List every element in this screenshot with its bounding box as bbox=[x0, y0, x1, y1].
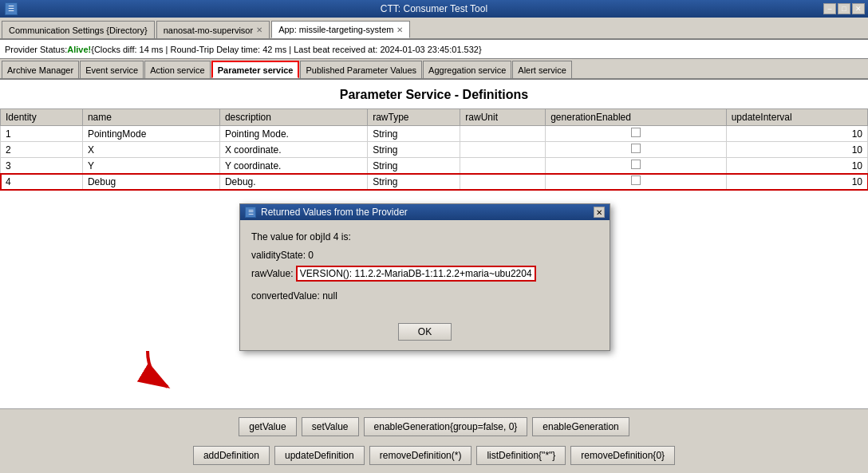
parameter-table: Identity name description rawType rawUni… bbox=[0, 108, 868, 190]
enable-generation-button[interactable]: enableGeneration bbox=[532, 417, 629, 436]
service-tab-bar: Archive Manager Event service Action ser… bbox=[0, 59, 868, 80]
remove-definition-all-button[interactable]: removeDefinition(*) bbox=[369, 446, 472, 465]
top-tab-bar: Communication Settings {Directory} nanos… bbox=[0, 18, 868, 40]
bottom-area: getValue setValue enableGeneration{group… bbox=[0, 408, 868, 473]
generation-enabled-checkbox[interactable] bbox=[631, 128, 641, 137]
generation-enabled-checkbox[interactable] bbox=[631, 175, 641, 185]
app-icon: ☰ bbox=[5, 2, 18, 15]
tab-missile-label: App: missile-targeting-system bbox=[278, 25, 393, 34]
tab-alert-label: Alert service bbox=[518, 65, 566, 75]
dialog-titlebar: ☰ Returned Values from the Provider ✕ bbox=[240, 204, 610, 220]
window-controls: – □ ✕ bbox=[823, 3, 865, 14]
close-button[interactable]: ✕ bbox=[852, 3, 865, 14]
remove-definition-0-button[interactable]: removeDefinition{0} bbox=[570, 446, 675, 465]
tab-published-parameter[interactable]: Published Parameter Values bbox=[300, 61, 422, 78]
tab-archive-label: Archive Manager bbox=[7, 65, 73, 75]
button-row-1: getValue setValue enableGeneration{group… bbox=[0, 412, 868, 441]
update-definition-button[interactable]: updateDefinition bbox=[274, 446, 365, 465]
dialog-icon: ☰ bbox=[245, 207, 256, 218]
tab-nanosat-close[interactable]: ✕ bbox=[256, 26, 262, 34]
status-suffix: {Clocks diff: 14 ms | Round-Trip Delay t… bbox=[91, 45, 481, 54]
dialog-body: The value for objId 4 is: validityState:… bbox=[240, 220, 610, 317]
generation-enabled-checkbox[interactable] bbox=[631, 160, 641, 169]
button-row-2: addDefinition updateDefinition removeDef… bbox=[0, 441, 868, 470]
col-header-name: name bbox=[82, 109, 219, 126]
tab-published-label: Published Parameter Values bbox=[306, 65, 416, 75]
tab-parameter-label: Parameter service bbox=[218, 65, 294, 75]
dialog-rawvalue-value: VERSION(): 11.2.2-MariaDB-1:11.2.2+maria… bbox=[296, 266, 536, 282]
tab-nanosat-label: nanosat-mo-supervisor bbox=[164, 26, 254, 35]
tab-comm-label: Communication Settings {Directory} bbox=[9, 26, 148, 35]
tab-alert-service[interactable]: Alert service bbox=[512, 61, 572, 78]
add-definition-button[interactable]: addDefinition bbox=[193, 446, 270, 465]
dialog-line1: The value for objId 4 is: bbox=[251, 230, 598, 245]
status-bar: Provider Status: Alive! {Clocks diff: 14… bbox=[0, 40, 868, 59]
tab-archive-manager[interactable]: Archive Manager bbox=[2, 61, 79, 78]
tab-action-label: Action service bbox=[150, 65, 204, 75]
minimize-button[interactable]: – bbox=[823, 3, 836, 14]
tab-action-service[interactable]: Action service bbox=[144, 61, 210, 78]
table-row[interactable]: 2XX coordinate.String10 bbox=[1, 142, 868, 158]
app-window: ☰ CTT: Consumer Test Tool – □ ✕ Communic… bbox=[0, 0, 868, 473]
dialog-close-button[interactable]: ✕ bbox=[594, 207, 605, 218]
col-header-rawunit: rawUnit bbox=[460, 109, 546, 126]
tab-aggregation-label: Aggregation service bbox=[428, 65, 506, 75]
returned-values-dialog[interactable]: ☰ Returned Values from the Provider ✕ Th… bbox=[239, 203, 610, 351]
tab-missile-close[interactable]: ✕ bbox=[397, 26, 403, 34]
col-header-rawtype: rawType bbox=[368, 109, 460, 126]
col-header-identity: Identity bbox=[1, 109, 83, 126]
table-row[interactable]: 4DebugDebug.String10 bbox=[1, 174, 868, 190]
tab-nanosat[interactable]: nanosat-mo-supervisor ✕ bbox=[156, 21, 270, 38]
get-value-button[interactable]: getValue bbox=[239, 417, 296, 436]
status-alive: Alive! bbox=[67, 45, 91, 54]
col-header-generationenabled: generationEnabled bbox=[546, 109, 726, 126]
dialog-line4: convertedValue: null bbox=[251, 289, 598, 304]
dialog-ok-button[interactable]: OK bbox=[398, 323, 452, 341]
col-header-description: description bbox=[219, 109, 367, 126]
dialog-footer: OK bbox=[240, 317, 610, 350]
tab-event-label: Event service bbox=[85, 65, 138, 75]
window-title: CTT: Consumer Test Tool bbox=[381, 3, 487, 14]
tab-event-service[interactable]: Event service bbox=[80, 61, 144, 78]
table-row[interactable]: 1PointingModePointing Mode.String10 bbox=[1, 126, 868, 142]
tab-missile[interactable]: App: missile-targeting-system ✕ bbox=[271, 21, 410, 38]
enable-generation-group-button[interactable]: enableGeneration{group=false, 0} bbox=[364, 417, 528, 436]
tab-comm-settings[interactable]: Communication Settings {Directory} bbox=[2, 21, 155, 38]
tab-parameter-service[interactable]: Parameter service bbox=[211, 61, 300, 78]
maximize-button[interactable]: □ bbox=[838, 3, 850, 14]
generation-enabled-checkbox[interactable] bbox=[631, 144, 641, 153]
title-bar: ☰ CTT: Consumer Test Tool – □ ✕ bbox=[0, 0, 868, 18]
status-prefix: Provider Status: bbox=[5, 45, 67, 54]
dialog-line2: validityState: 0 bbox=[251, 248, 598, 263]
set-value-button[interactable]: setValue bbox=[302, 417, 359, 436]
dialog-title: Returned Values from the Provider bbox=[261, 207, 408, 218]
table-row[interactable]: 3YY coordinate.String10 bbox=[1, 158, 868, 174]
dialog-line3: rawValue: VERSION(): 11.2.2-MariaDB-1:11… bbox=[251, 266, 598, 282]
list-definition-button[interactable]: listDefinition{"*"} bbox=[476, 446, 566, 465]
section-title: Parameter Service - Definitions bbox=[0, 80, 868, 108]
col-header-updateinterval: updateInterval bbox=[726, 109, 867, 126]
dialog-rawvalue-prefix: rawValue: bbox=[251, 268, 296, 279]
tab-aggregation-service[interactable]: Aggregation service bbox=[423, 61, 511, 78]
